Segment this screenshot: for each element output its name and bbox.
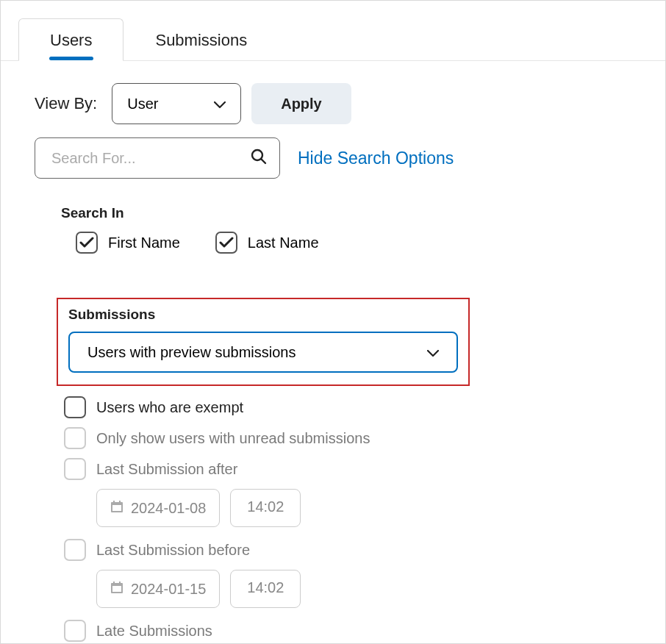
after-date-input[interactable]: 2024-01-08 <box>96 489 220 527</box>
exempt-label: Users who are exempt <box>96 399 243 416</box>
first-name-check-item: First Name <box>76 232 180 254</box>
before-time-input[interactable]: 14:02 <box>230 570 301 608</box>
filter-unread: Only show users with unread submissions <box>64 427 631 449</box>
after-time-input[interactable]: 14:02 <box>230 489 301 527</box>
app-container: Users Submissions View By: User Apply Hi… <box>0 0 666 644</box>
viewby-selected: User <box>127 96 158 112</box>
before-date-input[interactable]: 2024-01-15 <box>96 570 220 608</box>
svg-rect-5 <box>119 501 121 504</box>
chevron-down-icon <box>427 344 439 361</box>
after-date-value: 2024-01-08 <box>131 500 206 517</box>
filter-before: Last Submission before <box>64 539 631 561</box>
submissions-select[interactable]: Users with preview submissions <box>68 332 458 373</box>
late-label: Late Submissions <box>96 623 212 640</box>
exempt-checkbox[interactable] <box>64 396 86 418</box>
filter-list: Users who are exempt Only show users wit… <box>64 396 631 642</box>
after-label: Last Submission after <box>96 461 237 478</box>
calendar-icon <box>110 500 123 517</box>
filter-after: Last Submission after <box>64 458 631 480</box>
chevron-down-icon <box>214 96 226 112</box>
calendar-icon <box>110 581 123 598</box>
unread-label: Only show users with unread submissions <box>96 430 370 447</box>
svg-rect-9 <box>119 582 121 584</box>
content-area: View By: User Apply Hide Search Options … <box>1 61 665 642</box>
tab-users[interactable]: Users <box>18 18 123 61</box>
submissions-highlight-box: Submissions Users with preview submissio… <box>57 298 470 386</box>
svg-rect-3 <box>112 505 121 511</box>
search-input[interactable] <box>51 150 250 167</box>
before-time-value: 14:02 <box>247 579 284 595</box>
before-label: Last Submission before <box>96 542 250 559</box>
tab-bar: Users Submissions <box>1 1 665 61</box>
before-date-value: 2024-01-15 <box>131 581 206 598</box>
svg-rect-7 <box>112 586 121 592</box>
check-icon <box>79 237 94 248</box>
last-name-label: Last Name <box>248 235 319 251</box>
first-name-label: First Name <box>108 235 180 251</box>
viewby-row: View By: User Apply <box>35 83 631 124</box>
after-date-row: 2024-01-08 14:02 <box>96 489 631 527</box>
submissions-label: Submissions <box>68 307 458 323</box>
last-name-check-item: Last Name <box>215 232 319 254</box>
last-name-checkbox[interactable] <box>215 232 237 254</box>
viewby-label: View By: <box>35 94 97 113</box>
before-checkbox[interactable] <box>64 539 86 561</box>
late-checkbox[interactable] <box>64 620 86 642</box>
filter-exempt: Users who are exempt <box>64 396 631 418</box>
unread-checkbox[interactable] <box>64 427 86 449</box>
svg-rect-4 <box>113 501 115 504</box>
after-checkbox[interactable] <box>64 458 86 480</box>
svg-rect-8 <box>113 582 115 584</box>
svg-line-1 <box>262 160 266 164</box>
viewby-select[interactable]: User <box>112 83 241 124</box>
hide-search-options-link[interactable]: Hide Search Options <box>298 149 454 168</box>
first-name-checkbox[interactable] <box>76 232 98 254</box>
submissions-selected: Users with preview submissions <box>87 344 296 361</box>
filter-late: Late Submissions <box>64 620 631 642</box>
search-icon[interactable] <box>250 148 268 168</box>
after-time-value: 14:02 <box>247 498 284 515</box>
check-icon <box>219 237 234 248</box>
search-in-label: Search In <box>61 205 631 221</box>
before-date-row: 2024-01-15 14:02 <box>96 570 631 608</box>
tab-submissions[interactable]: Submissions <box>123 18 279 60</box>
search-in-checkboxes: First Name Last Name <box>76 232 631 254</box>
search-box[interactable] <box>35 137 280 179</box>
search-row: Hide Search Options <box>35 137 631 179</box>
apply-button[interactable]: Apply <box>251 83 351 124</box>
